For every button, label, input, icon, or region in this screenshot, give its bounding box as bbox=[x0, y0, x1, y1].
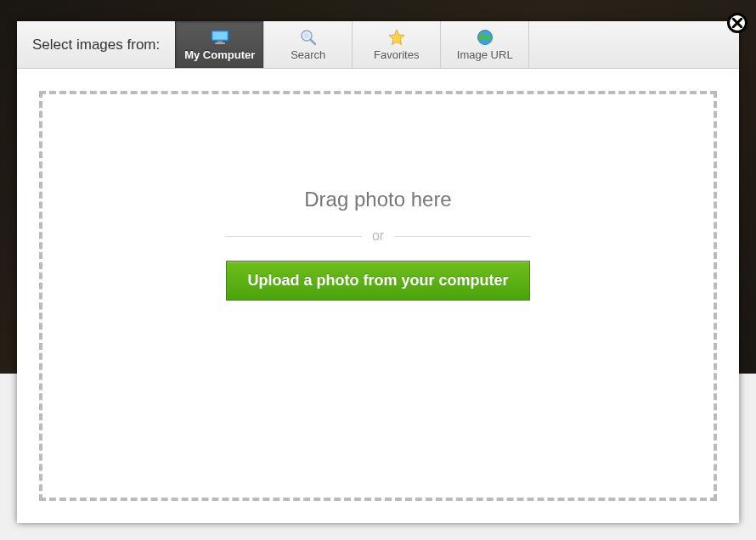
divider-line bbox=[225, 236, 362, 237]
modal-header: Select images from: My Computer bbox=[17, 21, 739, 69]
tab-my-computer[interactable]: My Computer bbox=[175, 21, 264, 68]
image-select-modal: Select images from: My Computer bbox=[17, 21, 739, 523]
or-divider: or bbox=[225, 228, 531, 244]
tab-label: Favorites bbox=[374, 48, 419, 61]
close-icon bbox=[732, 18, 742, 28]
tab-label: My Computer bbox=[184, 48, 255, 61]
tab-search[interactable]: Search bbox=[263, 21, 353, 68]
svg-point-8 bbox=[480, 31, 483, 34]
tab-favorites[interactable]: Favorites bbox=[352, 21, 441, 68]
header-prompt: Select images from: bbox=[17, 21, 175, 68]
star-icon bbox=[388, 29, 405, 46]
tab-image-url[interactable]: Image URL bbox=[440, 21, 529, 68]
tab-label: Image URL bbox=[457, 48, 513, 61]
monitor-icon bbox=[211, 29, 229, 46]
tab-label: Search bbox=[291, 48, 325, 61]
magnifier-icon bbox=[300, 29, 317, 46]
globe-icon bbox=[477, 29, 494, 46]
svg-rect-3 bbox=[215, 42, 225, 44]
svg-line-6 bbox=[311, 40, 315, 44]
photo-dropzone[interactable]: Drag photo here or Upload a photo from y… bbox=[39, 91, 717, 501]
svg-point-5 bbox=[303, 32, 309, 38]
drag-instruction: Drag photo here bbox=[304, 188, 451, 211]
divider-line bbox=[394, 236, 531, 237]
modal-content: Drag photo here or Upload a photo from y… bbox=[17, 69, 739, 523]
svg-rect-1 bbox=[212, 31, 227, 39]
svg-rect-2 bbox=[217, 41, 223, 42]
close-button[interactable] bbox=[727, 13, 748, 33]
upload-button[interactable]: Upload a photo from your computer bbox=[226, 261, 529, 301]
tab-bar: My Computer Search Fav bbox=[175, 21, 529, 68]
or-text: or bbox=[372, 228, 384, 244]
